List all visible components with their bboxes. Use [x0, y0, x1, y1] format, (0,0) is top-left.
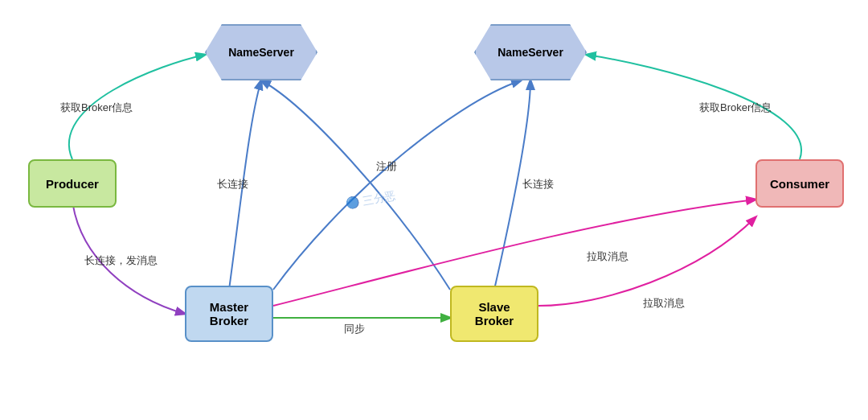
nameserver2-label: NameServer: [497, 46, 563, 59]
nameserver1-label: NameServer: [228, 46, 294, 59]
diagram-container: NameServer NameServer Producer Consumer …: [0, 0, 868, 420]
master-broker-node: MasterBroker: [185, 286, 273, 342]
label-get-broker-right: 获取Broker信息: [699, 101, 772, 115]
slave-broker-label: SlaveBroker: [475, 300, 514, 327]
label-long-conn-right: 长连接: [522, 177, 554, 191]
arrows-svg: [0, 0, 868, 420]
label-register: 注册: [376, 159, 397, 174]
consumer-label: Consumer: [770, 177, 829, 191]
consumer-node: Consumer: [755, 159, 844, 208]
label-get-broker-left: 获取Broker信息: [60, 101, 133, 115]
producer-label: Producer: [46, 177, 99, 191]
producer-node: Producer: [28, 159, 117, 208]
watermark: 🔵 三分恶: [345, 189, 397, 212]
label-long-conn-left: 长连接: [217, 177, 248, 191]
label-pull-msg1: 拉取消息: [587, 249, 628, 264]
label-pull-msg2: 拉取消息: [643, 296, 685, 311]
label-sync: 同步: [344, 322, 365, 336]
master-broker-label: MasterBroker: [210, 300, 248, 327]
slave-broker-node: SlaveBroker: [450, 286, 538, 342]
nameserver1-node: NameServer: [205, 24, 317, 80]
nameserver2-node: NameServer: [474, 24, 587, 80]
label-long-conn-send: 长连接，发消息: [84, 253, 158, 268]
